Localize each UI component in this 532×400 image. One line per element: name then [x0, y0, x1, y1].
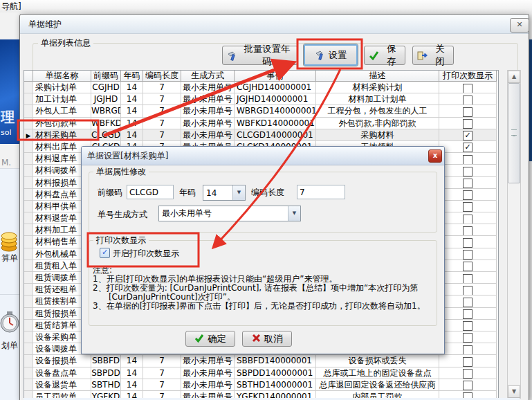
hammer-icon — [315, 50, 325, 60]
print-display-checkbox[interactable] — [463, 96, 473, 105]
row-marker — [24, 296, 33, 307]
scrollbar-thumb[interactable] — [508, 83, 520, 183]
table-row[interactable]: ▶材料采购单CLCGD147最小未用单号CLCGD140000001采购材料✓ — [24, 129, 498, 141]
cell-method: 最小未用单号 — [181, 367, 235, 379]
table-row[interactable]: 采购计划单CGJHD147最小未用单号CGJHD140000001材料采购计划 — [24, 82, 498, 93]
close-button[interactable]: 关闭 — [412, 46, 454, 65]
print-display-checkbox[interactable]: ✓ — [463, 143, 473, 152]
settings-button[interactable]: 设置 — [303, 44, 358, 66]
logo-text-fragment: 理 — [1, 108, 15, 127]
print-count-checkbox-label: 开启打印次数显示 — [113, 248, 179, 258]
cell-method: 最小未用单号 — [181, 82, 235, 93]
cell-print-display — [439, 284, 497, 296]
settings-dialog-title: 单据设置[材料采购单] — [87, 150, 168, 162]
table-row[interactable]: 设备报损单SBBFD147最小未用单号SBBFD140000001设备损坏或丢失 — [24, 355, 498, 367]
table-row[interactable]: 加工计划单JGJHD147最小未用单号JGJHD140000001材料加工计划单 — [24, 93, 498, 105]
cell-print-display — [439, 93, 497, 105]
cell-example: SBTHD140000001 — [235, 379, 316, 391]
button-label: 取消 — [264, 333, 283, 345]
print-display-checkbox[interactable] — [463, 190, 473, 200]
method-label: 单号生成方式 — [98, 210, 147, 219]
length-input[interactable] — [297, 185, 345, 199]
close-icon[interactable]: ✕ — [510, 18, 529, 33]
row-marker — [24, 260, 33, 272]
button-label: 关闭 — [431, 43, 449, 68]
table-row[interactable]: 外包人工单WBRGD147最小未用单号WBRGD140000001工程分包，外包… — [24, 105, 498, 117]
table-row[interactable]: 设备退货单SBTHD147最小未用单号SBTHD140000001总库退回固定设… — [24, 379, 498, 391]
cell-print-display — [439, 260, 497, 272]
clock-icon[interactable] — [0, 309, 19, 340]
close-icon[interactable]: x — [428, 149, 442, 163]
scrollbar-grip — [511, 129, 517, 136]
print-display-checkbox[interactable] — [463, 345, 473, 355]
year-combo[interactable]: 14 ▼ — [203, 185, 246, 201]
ok-button[interactable]: 确定 — [185, 331, 235, 347]
print-display-checkbox[interactable] — [463, 202, 473, 212]
print-count-checkbox[interactable]: ✓ — [100, 248, 110, 258]
coins-icon[interactable] — [1, 227, 19, 254]
print-display-checkbox[interactable] — [463, 167, 473, 176]
cell-example: WBFKD140000001 — [235, 118, 316, 129]
cell-length: 7 — [143, 105, 181, 117]
vertical-scrollbar[interactable]: ▲ ▼ — [507, 70, 521, 399]
cell-prefix: JGJHD — [91, 93, 121, 105]
header-cell: 编码长度 — [143, 71, 181, 82]
cell-print-display — [439, 248, 497, 260]
cell-print-display — [439, 165, 497, 176]
print-display-checkbox[interactable] — [463, 226, 473, 236]
cell-year: 14 — [121, 355, 143, 367]
check-icon — [194, 334, 204, 345]
cell-year: 14 — [121, 118, 143, 129]
print-display-checkbox[interactable] — [463, 321, 473, 331]
cell-method: 最小未用单号 — [181, 129, 235, 141]
scroll-down-icon[interactable]: ▼ — [508, 385, 520, 398]
print-display-checkbox[interactable] — [463, 107, 473, 117]
year-label: 年码 — [179, 188, 196, 197]
cell-print-display — [439, 201, 497, 212]
chevron-down-icon[interactable]: ▼ — [288, 206, 300, 221]
print-display-checkbox[interactable] — [463, 119, 473, 129]
cancel-button[interactable]: 取消 — [242, 331, 292, 347]
print-display-checkbox[interactable] — [463, 179, 473, 188]
cell-print-display — [439, 224, 497, 236]
print-display-checkbox[interactable]: ✓ — [463, 131, 473, 140]
print-display-checkbox[interactable] — [463, 369, 473, 379]
print-display-checkbox[interactable] — [463, 250, 473, 260]
method-combo[interactable]: 最小未用单号 ▼ — [158, 206, 301, 221]
cell-print-display — [439, 177, 497, 189]
print-display-checkbox[interactable] — [463, 357, 473, 367]
cell-print-display: ✓ — [439, 141, 497, 153]
cell-print-display — [439, 343, 497, 355]
print-display-checkbox[interactable] — [463, 155, 473, 165]
print-display-checkbox[interactable] — [463, 84, 473, 93]
property-groupbox-title: 单据属性修改 — [93, 167, 149, 176]
table-row[interactable]: 外包罚款单WBFKD147最小未用单号WBFKD140000001外包罚款,非内… — [24, 118, 498, 129]
print-display-checkbox[interactable] — [463, 262, 473, 271]
sidebar-item-huadan[interactable]: 划单 — [1, 340, 18, 352]
cell-method: 最小未用单号 — [181, 118, 235, 129]
cell-print-display — [439, 189, 497, 201]
sidebar-item-suandan[interactable]: 算单 — [1, 253, 18, 264]
scroll-up-icon[interactable]: ▲ — [508, 71, 520, 83]
print-display-checkbox[interactable] — [463, 274, 473, 284]
cell-example: CLCGD140000001 — [235, 129, 316, 141]
header-cell: 单据名称 — [33, 71, 91, 82]
print-display-checkbox[interactable] — [463, 298, 473, 307]
cell-year: 14 — [121, 379, 143, 391]
print-display-checkbox[interactable] — [463, 333, 473, 343]
save-button[interactable]: 保存 — [364, 46, 405, 65]
print-display-checkbox[interactable] — [463, 286, 473, 296]
chevron-down-icon[interactable]: ▼ — [232, 185, 245, 200]
x-icon — [252, 334, 261, 345]
print-display-checkbox[interactable] — [463, 309, 473, 319]
header-cell: 打印次数显示 — [439, 71, 497, 82]
table-row[interactable]: 设备盘点单SBPDD147最小未用单号SBPDD140000001总库或工地上的… — [24, 367, 498, 379]
dialog-titlebar[interactable]: 单据维护 ✕ — [20, 15, 529, 34]
prefix-input[interactable] — [127, 185, 174, 199]
cell-description: 总库退回固定设备返还给供应商 — [316, 379, 439, 391]
print-display-checkbox[interactable] — [463, 238, 473, 248]
settings-dialog-titlebar[interactable]: 单据设置[材料采购单] x — [82, 147, 444, 165]
print-display-checkbox[interactable] — [463, 215, 473, 224]
print-display-checkbox[interactable] — [463, 381, 473, 390]
batch-set-year-button[interactable]: 批量设置年码 — [222, 46, 298, 65]
